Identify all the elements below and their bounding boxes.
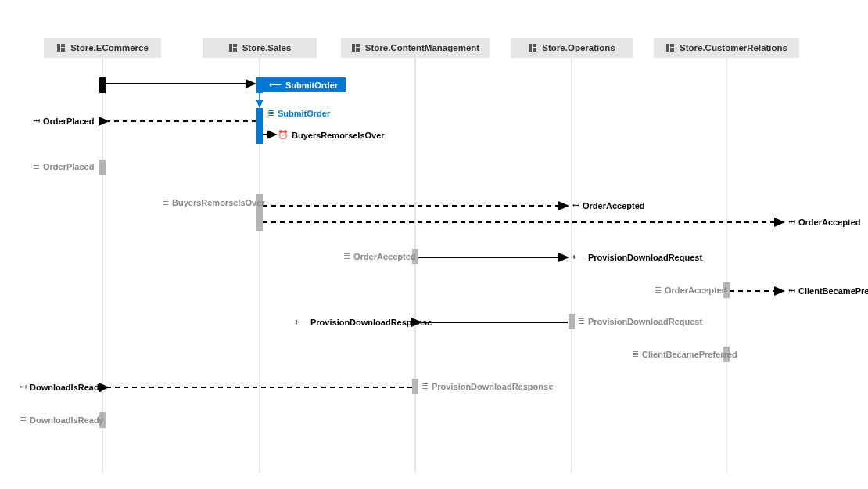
svg-rect-9 xyxy=(529,44,532,52)
label-order-accepted-customer-handler[interactable]: ≣ OrderAccepted xyxy=(655,285,726,295)
svg-rect-10 xyxy=(533,44,536,47)
endpoint-icon xyxy=(351,43,360,52)
text: SubmitOrder xyxy=(278,109,330,118)
label-submit-order-handler[interactable]: ≣ SubmitOrder xyxy=(267,108,330,118)
badge-submit-order[interactable]: ⟵ SubmitOrder xyxy=(263,77,346,92)
text: OrderAccepted xyxy=(798,218,860,227)
lifeline-customer xyxy=(726,58,727,473)
svg-rect-12 xyxy=(666,44,669,52)
lifeline-content xyxy=(414,58,416,473)
text: DownloadIsReady xyxy=(30,415,104,425)
event-out-icon: ⤟ xyxy=(572,200,579,210)
command-in-icon: ⟵ xyxy=(295,317,307,327)
timeout-icon: ⏰ xyxy=(278,130,289,140)
endpoint-icon xyxy=(228,43,238,52)
text: ClientBecamePreferred xyxy=(642,350,737,359)
lane-header-content[interactable]: Store.ContentManagement xyxy=(341,38,490,58)
arrows-layer xyxy=(0,0,868,489)
svg-rect-1 xyxy=(61,44,65,47)
label-download-ready-handler[interactable]: ≣ DownloadIsReady xyxy=(20,415,104,425)
activation-ecommerce-orderplaced xyxy=(99,160,106,175)
lane-label: Store.ECommerce xyxy=(70,43,149,52)
handler-icon: ≣ xyxy=(20,415,27,425)
handler-icon: ≣ xyxy=(162,197,169,207)
label-buyers-remorse-timeout[interactable]: ⏰ BuyersRemorseIsOver xyxy=(278,130,385,140)
text: ProvisionDownloadRequest xyxy=(588,317,702,326)
event-out-icon: ⤟ xyxy=(788,286,795,296)
label-provision-request[interactable]: ⟵ ProvisionDownloadRequest xyxy=(572,252,702,262)
text: OrderPlaced xyxy=(43,162,94,171)
svg-rect-3 xyxy=(229,44,232,52)
label-download-ready[interactable]: ⤟ DownloadIsReady xyxy=(20,382,104,392)
command-in-icon: ⟵ xyxy=(572,252,585,262)
text: ProvisionDownloadResponse xyxy=(310,318,432,327)
handler-icon: ≣ xyxy=(578,316,585,326)
svg-rect-5 xyxy=(233,48,237,52)
handler-icon: ≣ xyxy=(632,349,639,359)
endpoint-icon xyxy=(56,43,66,52)
lane-header-sales[interactable]: Store.Sales xyxy=(203,38,317,58)
label-provision-response-handler[interactable]: ≣ ProvisionDownloadResponse xyxy=(421,381,553,391)
command-in-icon: ⟵ xyxy=(269,80,282,90)
label-order-placed-handler[interactable]: ≣ OrderPlaced xyxy=(33,161,94,171)
label-client-preferred-handler[interactable]: ≣ ClientBecamePreferred xyxy=(632,349,737,359)
lifeline-ecommerce xyxy=(102,58,103,473)
activation-sales-handler xyxy=(256,108,263,144)
text: OrderAccepted xyxy=(583,201,644,210)
activation-ops-provision xyxy=(569,314,575,329)
activation-content-response xyxy=(412,379,418,394)
handler-icon: ≣ xyxy=(421,381,429,391)
lane-header-ops[interactable]: Store.Operations xyxy=(511,38,633,58)
text: ClientBecamePreferred xyxy=(798,286,868,296)
label-provision-request-handler[interactable]: ≣ ProvisionDownloadRequest xyxy=(578,316,702,326)
svg-rect-14 xyxy=(670,48,674,52)
badge-label: SubmitOrder xyxy=(285,81,338,90)
activation-ecommerce-submit xyxy=(99,77,106,93)
event-out-icon: ⤟ xyxy=(788,217,795,227)
svg-rect-6 xyxy=(352,44,355,52)
activation-sales-submit-cmd xyxy=(256,77,263,93)
endpoint-icon xyxy=(665,43,675,52)
svg-rect-13 xyxy=(670,44,674,47)
svg-rect-0 xyxy=(57,44,60,52)
label-order-placed-out[interactable]: ⤟ OrderPlaced xyxy=(33,116,94,126)
label-provision-response[interactable]: ⟵ ProvisionDownloadResponse xyxy=(295,317,432,327)
lane-label: Store.CustomerRelations xyxy=(680,43,787,52)
lane-header-ecommerce[interactable]: Store.ECommerce xyxy=(44,38,161,58)
svg-rect-7 xyxy=(356,44,360,47)
lifeline-ops xyxy=(571,58,572,473)
label-order-accepted-customer[interactable]: ⤟ OrderAccepted xyxy=(788,217,860,227)
svg-rect-2 xyxy=(61,48,65,52)
lane-label: Store.Sales xyxy=(242,43,292,52)
handler-icon: ≣ xyxy=(267,108,274,118)
lane-header-customer[interactable]: Store.CustomerRelations xyxy=(654,38,799,58)
label-order-accepted-ops[interactable]: ⤟ OrderAccepted xyxy=(572,200,644,210)
label-client-became-preferred[interactable]: ⤟ ClientBecamePreferred xyxy=(788,286,868,296)
lane-label: Store.ContentManagement xyxy=(365,43,479,52)
handler-icon: ≣ xyxy=(343,251,350,261)
svg-rect-11 xyxy=(533,48,536,52)
text: BuyersRemorseIsOver xyxy=(292,131,385,140)
endpoint-icon xyxy=(528,43,537,52)
event-out-icon: ⤟ xyxy=(33,116,40,126)
event-out-icon: ⤟ xyxy=(20,382,27,392)
label-buyers-remorse-handler[interactable]: ≣ BuyersRemorseIsOver xyxy=(162,197,265,207)
svg-rect-8 xyxy=(356,48,360,52)
text: OrderAccepted xyxy=(353,252,415,261)
svg-rect-4 xyxy=(233,44,237,47)
text: ProvisionDownloadRequest xyxy=(588,253,702,262)
text: OrderPlaced xyxy=(43,117,94,126)
label-order-accepted-content-handler[interactable]: ≣ OrderAccepted xyxy=(343,251,415,261)
handler-icon: ≣ xyxy=(655,285,662,295)
handler-icon: ≣ xyxy=(33,161,40,171)
text: BuyersRemorseIsOver xyxy=(172,198,265,207)
lane-label: Store.Operations xyxy=(542,43,615,52)
text: ProvisionDownloadResponse xyxy=(432,382,553,391)
text: DownloadIsReady xyxy=(30,383,104,392)
text: OrderAccepted xyxy=(665,286,726,295)
